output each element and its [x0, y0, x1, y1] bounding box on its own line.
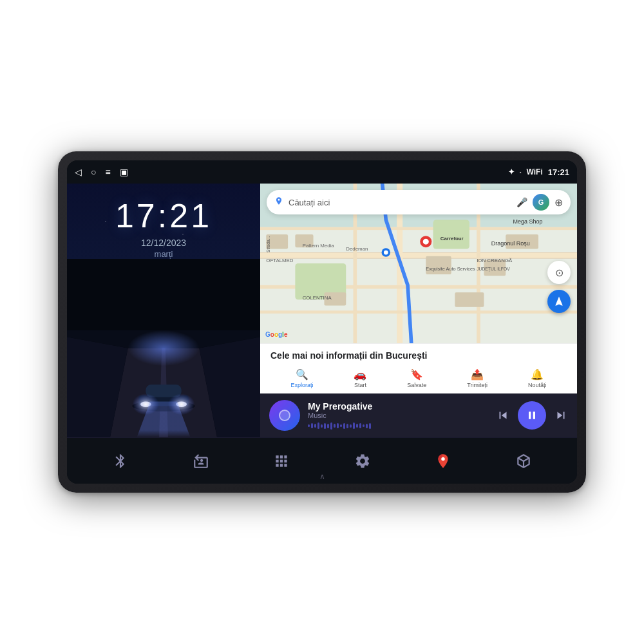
wave-bar-3	[314, 424, 316, 428]
tab-noutati[interactable]: 🔔 Noutăți	[528, 368, 547, 388]
map-info-panel: Cele mai noi informații din București 🔍 …	[260, 343, 577, 393]
status-indicators: ✦ • WiFi 17:21	[508, 167, 569, 177]
wave-bar-15	[353, 422, 355, 429]
svg-rect-23	[260, 227, 577, 231]
svg-text:Dragonul Roșu: Dragonul Roșu	[491, 240, 530, 247]
search-action-icons: 🎤 G ⊕	[516, 194, 563, 211]
nav-buttons: ◁ ○ ≡ ▣	[75, 167, 128, 177]
device-screen: ◁ ○ ≡ ▣ ✦ • WiFi 17:21 17:21 12/12/2023 …	[67, 160, 577, 484]
device-frame: ◁ ○ ≡ ▣ ✦ • WiFi 17:21 17:21 12/12/2023 …	[58, 151, 586, 493]
svg-text:Exquisite Auto Services: Exquisite Auto Services	[426, 266, 475, 272]
music-title: My Prerogative	[308, 401, 488, 412]
settings-circle-icon[interactable]: ⊕	[554, 196, 563, 209]
svg-text:OFTALMED: OFTALMED	[266, 258, 294, 263]
bottom-chevron-icon[interactable]: ∧	[319, 472, 325, 481]
navigate-button[interactable]	[547, 290, 571, 313]
explorati-label: Explorați	[290, 382, 313, 388]
map-tabs: 🔍 Explorați 🚗 Start 🔖 Salvate 📤	[270, 366, 567, 391]
svg-text:JUDEȚUL ILFOV: JUDEȚUL ILFOV	[477, 267, 510, 272]
wave-bar-1	[308, 424, 310, 427]
svg-point-37	[384, 251, 388, 255]
map-info-title: Cele mai noi informații din București	[270, 350, 567, 361]
svg-text:Carrefour: Carrefour	[440, 236, 464, 242]
nav-radio[interactable]	[185, 448, 217, 475]
nav-settings[interactable]	[346, 448, 379, 475]
start-label: Start	[354, 382, 366, 388]
svg-rect-17	[260, 252, 577, 258]
nav-3d[interactable]	[507, 448, 540, 475]
map-background: Pattern Media Carrefour Dragonul Roșu De…	[260, 184, 577, 343]
start-icon: 🚗	[354, 368, 366, 381]
clock-status: 17:21	[548, 167, 569, 177]
bluetooth-icon: ✦	[508, 167, 515, 176]
trimiteti-icon: 📤	[471, 368, 484, 381]
svg-text:Strada...: Strada...	[266, 236, 270, 252]
maps-pin-icon	[274, 196, 283, 208]
wave-bar-4	[317, 422, 319, 429]
left-panel: 17:21 12/12/2023 marți	[67, 184, 260, 437]
home-button[interactable]: ○	[91, 167, 96, 177]
music-waveform	[308, 422, 488, 430]
user-avatar[interactable]: G	[533, 194, 549, 211]
trimiteti-label: Trimiteți	[467, 382, 488, 388]
wifi-icon: WiFi	[527, 167, 543, 176]
svg-rect-33	[455, 292, 484, 307]
main-content: 17:21 12/12/2023 marți	[67, 184, 577, 437]
dot-icon: •	[520, 169, 522, 175]
svg-text:Mega Shop: Mega Shop	[513, 218, 543, 225]
clock-time: 17:21	[115, 196, 212, 235]
clock-day: marți	[155, 249, 173, 259]
svg-point-6	[128, 330, 200, 366]
nav-bluetooth[interactable]	[104, 448, 137, 475]
wave-bar-5	[321, 424, 323, 428]
previous-button[interactable]	[496, 408, 510, 422]
location-button[interactable]: ⊙	[547, 261, 571, 284]
tunnel-bg	[67, 259, 260, 437]
music-info: My Prerogative Music	[308, 401, 488, 430]
wave-bar-18	[363, 424, 365, 427]
salvate-icon: 🔖	[410, 368, 423, 381]
wave-bar-20	[369, 423, 371, 429]
svg-text:Dedeman: Dedeman	[346, 246, 368, 252]
svg-text:ION CREANGĂ: ION CREANGĂ	[477, 258, 513, 263]
tab-salvate[interactable]: 🔖 Salvate	[407, 368, 426, 388]
noutati-icon: 🔔	[531, 368, 544, 381]
next-button[interactable]	[554, 408, 568, 422]
wave-bar-17	[359, 423, 361, 428]
album-center	[279, 410, 290, 421]
screenshot-button[interactable]: ▣	[120, 167, 128, 177]
map-section[interactable]: Pattern Media Carrefour Dragonul Roșu De…	[260, 184, 577, 343]
wave-bar-13	[346, 424, 348, 428]
wave-bar-14	[350, 424, 352, 428]
music-controls	[496, 401, 568, 430]
svg-text:Pattern Media: Pattern Media	[303, 243, 335, 249]
map-search-bar[interactable]: Căutați aici 🎤 G ⊕	[267, 190, 571, 214]
wave-bar-8	[330, 422, 332, 430]
svg-point-49	[441, 457, 444, 460]
tab-trimiteti[interactable]: 📤 Trimiteți	[467, 368, 488, 388]
nav-apps[interactable]	[265, 448, 298, 475]
back-button[interactable]: ◁	[75, 167, 82, 177]
salvate-label: Salvate	[407, 382, 426, 388]
menu-button[interactable]: ≡	[105, 167, 110, 177]
microphone-icon[interactable]: 🎤	[516, 197, 527, 207]
explorati-icon: 🔍	[296, 368, 308, 381]
nav-maps[interactable]	[427, 448, 459, 475]
wave-bar-16	[356, 424, 358, 428]
music-player: My Prerogative Music	[260, 393, 577, 437]
clock-date: 12/12/2023	[141, 238, 186, 248]
noutati-label: Noutăți	[528, 382, 547, 388]
wave-bar-11	[340, 424, 342, 427]
status-bar: ◁ ○ ≡ ▣ ✦ • WiFi 17:21	[67, 160, 577, 184]
tab-explorati[interactable]: 🔍 Explorați	[290, 368, 313, 388]
wave-bar-6	[324, 423, 326, 429]
google-g: G	[265, 331, 270, 338]
bottom-nav-bar: ∧	[67, 437, 577, 484]
wave-bar-9	[334, 424, 336, 428]
tab-start[interactable]: 🚗 Start	[354, 368, 366, 388]
google-e: e	[284, 331, 288, 338]
wave-bar-12	[343, 423, 345, 429]
play-pause-button[interactable]	[518, 401, 546, 430]
svg-rect-24	[260, 310, 577, 314]
wave-bar-2	[311, 423, 313, 428]
